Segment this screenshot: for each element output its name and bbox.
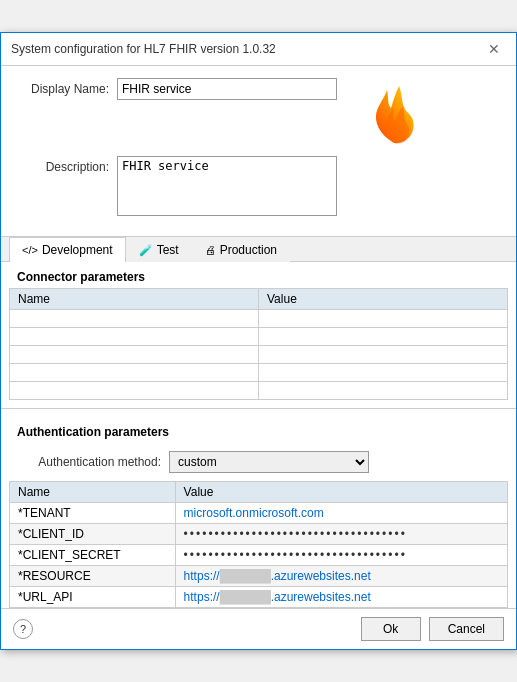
tab-development-label: Development: [42, 243, 113, 257]
auth-row-client-secret: *CLIENT_SECRET •••••••••••••••••••••••••…: [10, 545, 508, 566]
auth-col-name: Name: [10, 482, 176, 503]
auth-params-table: Name Value *TENANT microsoft.onmicrosoft…: [9, 481, 508, 608]
cancel-button[interactable]: Cancel: [429, 617, 504, 641]
auth-method-label: Authentication method:: [9, 455, 169, 469]
description-label: Description:: [17, 156, 117, 174]
tabs-bar: </> Development 🧪 Test 🖨 Production: [1, 236, 516, 262]
connector-col-name: Name: [10, 289, 259, 310]
footer-left: ?: [13, 619, 353, 639]
flame-logo: [367, 78, 422, 148]
auth-cell-resource-name: *RESOURCE: [10, 566, 176, 587]
auth-params-title: Authentication parameters: [9, 417, 508, 443]
main-dialog: System configuration for HL7 FHIR versio…: [0, 32, 517, 650]
auth-cell-clientsecret-name: *CLIENT_SECRET: [10, 545, 176, 566]
dialog-footer: ? Ok Cancel: [1, 608, 516, 649]
ok-button[interactable]: Ok: [361, 617, 421, 641]
display-name-label: Display Name:: [17, 78, 117, 96]
tab-test[interactable]: 🧪 Test: [126, 237, 192, 262]
title-bar: System configuration for HL7 FHIR versio…: [1, 33, 516, 66]
auth-method-select[interactable]: custom basic oauth2: [169, 451, 369, 473]
connector-params-section: Connector parameters Name Value: [1, 262, 516, 400]
auth-cell-tenant-name: *TENANT: [10, 503, 176, 524]
description-row: Description: FHIR service: [17, 156, 500, 216]
auth-cell-clientid-name: *CLIENT_ID: [10, 524, 176, 545]
auth-params-section: Authentication parameters Authentication…: [1, 408, 516, 473]
display-name-field-area: [117, 78, 500, 148]
tab-production[interactable]: 🖨 Production: [192, 237, 290, 262]
auth-row-client-id: *CLIENT_ID •••••••••••••••••••••••••••••…: [10, 524, 508, 545]
dialog-title: System configuration for HL7 FHIR versio…: [11, 42, 276, 56]
auth-cell-clientid-value: ••••••••••••••••••••••••••••••••••••: [175, 524, 507, 545]
test-icon: 🧪: [139, 244, 153, 257]
connector-params-table: Name Value: [9, 288, 508, 400]
auth-cell-resource-value: https://██████.azurewebsites.net: [175, 566, 507, 587]
auth-cell-urlapi-value: https://██████.azurewebsites.net: [175, 587, 507, 608]
auth-row-resource: *RESOURCE https://██████.azurewebsites.n…: [10, 566, 508, 587]
display-name-input[interactable]: [117, 78, 337, 100]
tab-production-label: Production: [220, 243, 277, 257]
connector-params-title: Connector parameters: [9, 262, 508, 288]
auth-table-section: Name Value *TENANT microsoft.onmicrosoft…: [1, 481, 516, 608]
connector-empty-row-3: [10, 346, 508, 364]
development-icon: </>: [22, 244, 38, 256]
close-button[interactable]: ✕: [482, 39, 506, 59]
auth-cell-clientsecret-value: ••••••••••••••••••••••••••••••••••••: [175, 545, 507, 566]
tab-test-label: Test: [157, 243, 179, 257]
description-field-area: FHIR service: [117, 156, 500, 216]
connector-empty-row-5: [10, 382, 508, 400]
auth-cell-tenant-value: microsoft.onmicrosoft.com: [175, 503, 507, 524]
tab-development[interactable]: </> Development: [9, 237, 126, 262]
display-name-row: Display Name:: [17, 78, 500, 148]
auth-col-value: Value: [175, 482, 507, 503]
connector-empty-row-1: [10, 310, 508, 328]
connector-empty-row-4: [10, 364, 508, 382]
production-icon: 🖨: [205, 244, 216, 256]
auth-row-tenant: *TENANT microsoft.onmicrosoft.com: [10, 503, 508, 524]
form-section: Display Name: Description:: [1, 66, 516, 236]
auth-row-url-api: *URL_API https://██████.azurewebsites.ne…: [10, 587, 508, 608]
description-input[interactable]: FHIR service: [117, 156, 337, 216]
connector-col-value: Value: [259, 289, 508, 310]
help-button[interactable]: ?: [13, 619, 33, 639]
connector-empty-row-2: [10, 328, 508, 346]
auth-cell-urlapi-name: *URL_API: [10, 587, 176, 608]
auth-method-row: Authentication method: custom basic oaut…: [9, 451, 508, 473]
